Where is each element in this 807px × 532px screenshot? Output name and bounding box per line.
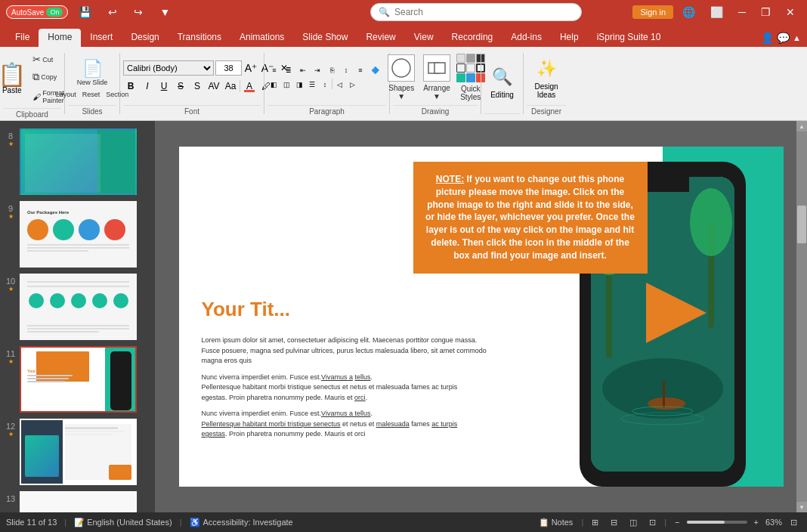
increase-indent-button[interactable]: ⇥: [311, 64, 324, 76]
design-ideas-button[interactable]: ✨: [533, 57, 561, 81]
style-swatch[interactable]: [456, 54, 465, 63]
svg-rect-2: [434, 63, 445, 73]
style-swatch[interactable]: [466, 63, 475, 73]
world-icon-button[interactable]: 🌐: [676, 5, 701, 20]
language-selector[interactable]: 📝 English (United States): [74, 518, 172, 527]
zoom-slider[interactable]: [687, 521, 747, 524]
scroll-up-button[interactable]: ▲: [796, 121, 807, 131]
char-spacing-button[interactable]: AV: [206, 79, 221, 94]
tab-home[interactable]: Home: [39, 29, 81, 47]
view-presenter-button[interactable]: ⊡: [645, 516, 660, 529]
align-text-button[interactable]: ≡: [354, 64, 367, 76]
star-icon-8: ★: [8, 141, 14, 147]
search-input[interactable]: [394, 7, 574, 17]
style-swatch[interactable]: [456, 63, 465, 73]
tab-ispring[interactable]: iSpring Suite 10: [588, 29, 670, 47]
numbering-button[interactable]: ≣: [282, 64, 295, 76]
reset-button[interactable]: Reset: [80, 90, 103, 99]
canvas-scrollbar[interactable]: ▲ ▼: [796, 121, 807, 512]
line-spacing-button[interactable]: ↕: [319, 79, 331, 91]
signin-button[interactable]: Sign in: [632, 5, 673, 19]
font-size-input[interactable]: [215, 60, 242, 76]
layout-button[interactable]: Layout: [54, 90, 79, 99]
slide-thumb-9[interactable]: 9 ★ Our Packages Here: [3, 200, 152, 269]
style-swatch[interactable]: [456, 73, 465, 82]
ltr-button[interactable]: ▷: [346, 79, 358, 91]
columns-button[interactable]: ⎘: [325, 64, 339, 76]
tab-review[interactable]: Review: [357, 29, 404, 47]
tab-file[interactable]: File: [6, 29, 39, 47]
editing-group: 🔍 Editing: [481, 50, 523, 117]
smart-art-button[interactable]: 🔷: [368, 64, 382, 76]
star-icon-12: ★: [8, 431, 14, 438]
clipboard-label: Clipboard: [3, 108, 61, 119]
zoom-out-button[interactable]: −: [671, 516, 683, 528]
bold-button[interactable]: B: [123, 79, 138, 94]
paste-button[interactable]: 📋 Paste: [0, 62, 27, 96]
slide-thumb-8[interactable]: 8 ★: [3, 127, 152, 196]
slide-thumb-12[interactable]: 12 ★: [3, 417, 152, 487]
editing-label: Editing: [490, 91, 514, 99]
font-family-select[interactable]: Calibri (Body): [123, 60, 214, 76]
strikethrough-button[interactable]: S: [173, 79, 188, 94]
rtl-button[interactable]: ◁: [333, 79, 345, 91]
zoom-in-button[interactable]: +: [750, 516, 762, 528]
comments-button[interactable]: 💬: [777, 32, 790, 44]
accessibility-button[interactable]: ♿ Accessibility: Investigate: [190, 518, 293, 527]
slide-thumb-11[interactable]: 11 ★ Your Title: [3, 345, 152, 414]
style-swatch[interactable]: [466, 54, 475, 63]
drawing-label: Drawing: [393, 105, 478, 116]
editing-group-label: [484, 113, 520, 116]
ribbon-display-button[interactable]: ⬜: [704, 5, 729, 20]
increase-font-button[interactable]: A⁺: [243, 60, 258, 76]
ribbon-collapse-button[interactable]: ▲: [793, 33, 801, 42]
redo-button[interactable]: ↪: [128, 5, 149, 20]
arrange-button[interactable]: Arrange ▼: [420, 83, 453, 101]
fit-to-window-button[interactable]: ⊡: [787, 516, 801, 529]
justify-button[interactable]: ☰: [306, 79, 318, 91]
change-case-button[interactable]: Aa: [223, 79, 238, 94]
undo-button[interactable]: ↩: [102, 5, 123, 20]
tab-view[interactable]: View: [405, 29, 443, 47]
align-center-button[interactable]: ◫: [280, 79, 292, 91]
customize-qat-button[interactable]: ▼: [153, 5, 176, 20]
autosave-toggle[interactable]: AutoSave On: [6, 5, 68, 19]
tab-recording[interactable]: Recording: [443, 29, 502, 47]
text-direction-button[interactable]: ↕: [339, 64, 353, 76]
tab-animations[interactable]: Animations: [230, 29, 293, 47]
scroll-down-button[interactable]: ▼: [796, 502, 807, 512]
search-bar: 🔍: [370, 3, 582, 21]
minimize-button[interactable]: ─: [732, 5, 752, 20]
restore-button[interactable]: ❐: [755, 5, 777, 20]
slide-thumb-13[interactable]: 13: [3, 490, 152, 512]
view-normal-button[interactable]: ⊞: [588, 516, 602, 529]
shapes-button[interactable]: Shapes ▼: [385, 83, 417, 101]
decrease-indent-button[interactable]: ⇤: [296, 64, 310, 76]
tab-insert[interactable]: Insert: [81, 29, 122, 47]
style-swatch[interactable]: [466, 73, 475, 82]
cut-button[interactable]: ✂ Cut: [29, 51, 68, 67]
notes-button[interactable]: 📋 Notes: [535, 516, 577, 529]
align-left-button[interactable]: ◧: [267, 79, 280, 91]
save-button[interactable]: 💾: [73, 5, 97, 20]
tab-transitions[interactable]: Transitions: [169, 29, 230, 47]
view-reading-button[interactable]: ◫: [626, 516, 641, 529]
tab-addins[interactable]: Add-ins: [502, 29, 551, 47]
tab-help[interactable]: Help: [551, 29, 588, 47]
slide-number-8: 8 ★: [5, 128, 17, 147]
share-button[interactable]: 👤: [761, 32, 774, 44]
view-slide-sorter-button[interactable]: ⊟: [607, 516, 621, 529]
italic-button[interactable]: I: [140, 79, 155, 94]
align-right-button[interactable]: ◨: [293, 79, 305, 91]
font-color-button[interactable]: A: [242, 79, 257, 94]
new-slide-button[interactable]: 📄 New Slide: [73, 57, 112, 88]
close-button[interactable]: ✕: [780, 5, 801, 20]
shadow-button[interactable]: S: [190, 79, 205, 94]
bullets-button[interactable]: ≡: [267, 64, 281, 76]
underline-button[interactable]: U: [156, 79, 172, 94]
editing-button[interactable]: 🔍: [488, 65, 516, 89]
copy-button[interactable]: ⧉ Copy: [29, 69, 68, 85]
tab-slideshow[interactable]: Slide Show: [293, 29, 357, 47]
tab-design[interactable]: Design: [122, 29, 168, 47]
slide-thumb-10[interactable]: 10 ★: [3, 272, 152, 342]
